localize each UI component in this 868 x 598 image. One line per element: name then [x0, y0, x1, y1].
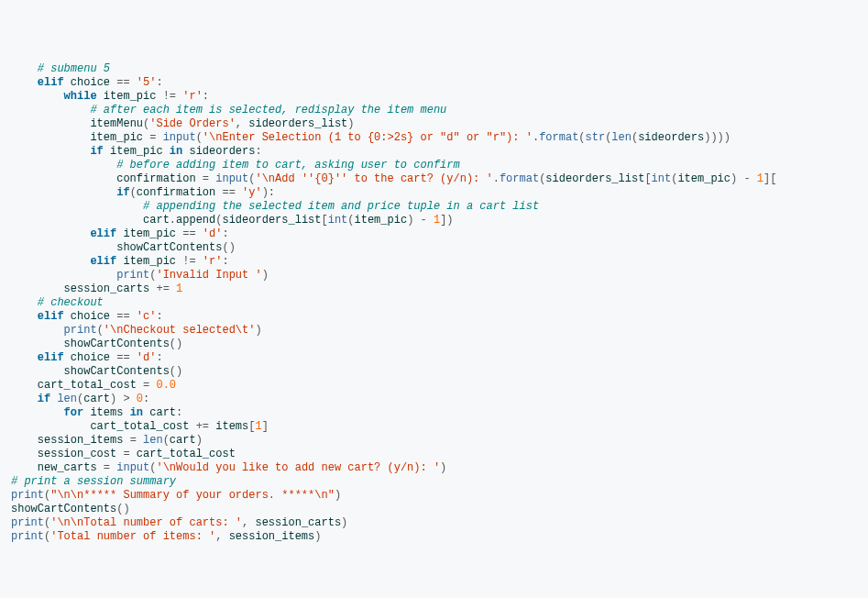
code-line: cart_total_cost = 0.0: [11, 379, 857, 393]
token-id: items: [90, 406, 123, 419]
token-id: item_pic: [110, 145, 163, 158]
token-ws: [97, 90, 104, 103]
token-ws: [751, 172, 757, 185]
token-op: (: [130, 186, 137, 199]
token-cm: # before adding item to cart, asking use…: [116, 159, 459, 172]
token-id: cart: [83, 393, 110, 405]
token-op: -: [421, 214, 427, 227]
token-id: item_pic: [104, 90, 157, 103]
token-ws: [11, 62, 38, 75]
token-op: (: [97, 324, 104, 337]
token-st: 'r': [182, 90, 203, 103]
token-op: +=: [196, 420, 209, 433]
token-st: 'r': [203, 255, 223, 268]
token-op: :: [156, 351, 162, 364]
code-line: print('Invalid Input '): [11, 269, 857, 282]
token-id: item_pic: [123, 227, 176, 240]
token-cm: # print a session summary: [11, 475, 176, 488]
token-ws: [123, 406, 129, 419]
token-op: ): [731, 172, 743, 185]
token-ws: [189, 420, 195, 433]
code-line: showCartContents(): [11, 365, 857, 379]
token-id: session_carts: [64, 282, 150, 295]
token-id: session_cost: [38, 448, 116, 460]
token-op: :: [176, 406, 182, 419]
token-id: items: [215, 420, 248, 433]
token-ws: [64, 76, 71, 89]
token-ws: [11, 296, 38, 309]
token-id: cart_total_cost: [38, 379, 137, 392]
token-fn: print: [116, 269, 149, 282]
token-op: ][: [764, 172, 776, 185]
token-ws: [11, 172, 116, 185]
token-ws: [11, 351, 38, 364]
token-fn: int: [652, 172, 672, 185]
token-op: +=: [156, 282, 169, 295]
token-kw: elif: [38, 351, 64, 364]
code-line: session_carts += 1: [11, 282, 857, 296]
token-ws: [11, 434, 38, 447]
token-ws: [11, 90, 64, 103]
token-op: :: [222, 227, 228, 240]
token-op: (): [222, 241, 235, 254]
token-op: ):: [262, 186, 275, 199]
token-nm: 0.0: [156, 379, 176, 392]
code-line: session_items = len(cart): [11, 434, 857, 448]
token-id: sideorders: [189, 145, 255, 158]
token-id: item_pic: [677, 172, 731, 185]
token-op: :: [203, 90, 209, 103]
token-kw: in: [170, 145, 182, 158]
token-st: "\n\n***** Summary of your orders. *****…: [50, 489, 335, 502]
code-line: showCartContents(): [11, 338, 857, 351]
token-op: ==: [222, 186, 235, 199]
token-fn: len: [143, 434, 163, 447]
token-op: ): [262, 269, 269, 282]
token-nm: 1: [176, 282, 182, 295]
token-op: ,: [242, 516, 255, 529]
code-line: print("\n\n***** Summary of your orders.…: [11, 489, 857, 503]
token-op: (): [116, 503, 129, 515]
token-st: 'Invalid Input ': [156, 269, 261, 282]
token-op: ): [440, 461, 446, 474]
code-line: if item_pic in sideorders:: [11, 145, 857, 159]
code-line: for items in cart:: [11, 406, 857, 420]
token-id: item_pic: [123, 255, 176, 268]
token-op: -: [743, 172, 750, 185]
token-st: '\nEnter Selection (1 to {0:>2s} or "d" …: [203, 131, 533, 144]
token-op: ): [347, 117, 354, 130]
code-line: # print a session summary: [11, 475, 857, 489]
token-id: session_carts: [255, 516, 341, 529]
code-line: cart_total_cost += items[1]: [11, 420, 857, 434]
token-ws: [11, 214, 143, 227]
token-id: choice: [71, 351, 110, 364]
token-ws: [427, 214, 434, 227]
token-ws: [130, 393, 137, 405]
token-op: ==: [116, 351, 129, 364]
token-id: session_items: [38, 434, 124, 447]
token-fn: input: [215, 172, 248, 185]
token-id: itemMenu: [90, 117, 143, 130]
token-st: '\n\nTotal number of carts: ': [50, 516, 242, 529]
token-ws: [11, 227, 90, 240]
token-ws: [97, 461, 104, 474]
code-line: itemMenu('Side Orders', sideorders_list): [11, 117, 857, 131]
token-ws: [163, 145, 170, 158]
token-ws: [11, 200, 143, 213]
token-ws: [104, 145, 110, 158]
code-line: item_pic = input('\nEnter Selection (1 t…: [11, 131, 857, 145]
token-id: cart_total_cost: [90, 420, 189, 433]
code-line: confirmation = input('\nAdd ''{0}'' to t…: [11, 172, 857, 186]
code-line: print('Total number of items: ', session…: [11, 530, 857, 544]
token-kw: elif: [90, 227, 116, 240]
token-op: ): [110, 393, 123, 405]
code-line: # submenu 5: [11, 62, 857, 76]
token-id: choice: [71, 310, 110, 323]
token-fn: print: [11, 530, 44, 543]
token-op: ): [196, 434, 203, 447]
token-nm: 0: [137, 393, 143, 405]
token-ws: [11, 338, 64, 350]
token-op: (): [170, 365, 182, 378]
token-ws: [11, 269, 116, 282]
code-line: # checkout: [11, 296, 857, 310]
token-id: choice: [71, 76, 110, 89]
